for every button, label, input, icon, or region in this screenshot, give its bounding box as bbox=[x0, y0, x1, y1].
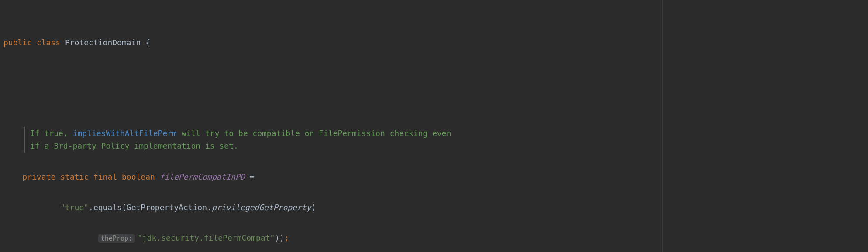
doc-text: If true, bbox=[30, 129, 73, 138]
javadoc-block[interactable]: If true, impliesWithAltFilePerm will try… bbox=[24, 127, 460, 153]
keyword-boolean: boolean bbox=[122, 172, 155, 181]
code-editor[interactable]: public class ProtectionDomain { If true,… bbox=[0, 0, 868, 252]
keyword-class: class bbox=[37, 38, 60, 47]
semicolon: ; bbox=[284, 233, 289, 242]
class-name: ProtectionDomain bbox=[65, 38, 141, 47]
code-line[interactable]: theProp:"jdk.security.filePermCompat")); bbox=[3, 230, 868, 245]
method-call: equals bbox=[93, 203, 122, 212]
static-method: privilegedGetProperty bbox=[212, 203, 311, 212]
string-literal: "jdk.security.filePermCompat" bbox=[138, 233, 275, 242]
keyword-static: static bbox=[60, 172, 89, 181]
parameter-hint: theProp: bbox=[98, 234, 135, 243]
keyword-private: private bbox=[22, 172, 55, 181]
class-ref: GetPropertyAction bbox=[127, 203, 207, 212]
code-line[interactable]: public class ProtectionDomain { bbox=[3, 35, 868, 50]
code-line-blank[interactable] bbox=[3, 81, 868, 96]
field-name: filePermCompatInPD bbox=[160, 172, 245, 181]
keyword-final: final bbox=[93, 172, 117, 181]
brace-open: { bbox=[145, 38, 150, 47]
dot: . bbox=[89, 203, 93, 212]
doc-link[interactable]: impliesWithAltFilePerm bbox=[73, 129, 177, 138]
dot: . bbox=[207, 203, 212, 212]
string-literal: "true" bbox=[60, 203, 89, 212]
code-line[interactable]: "true".equals(GetPropertyAction.privileg… bbox=[3, 200, 868, 215]
keyword-public: public bbox=[3, 38, 32, 47]
code-line[interactable]: private static final boolean filePermCom… bbox=[3, 169, 868, 184]
paren: ( bbox=[311, 203, 316, 212]
close-parens: )) bbox=[275, 233, 284, 242]
paren: ( bbox=[122, 203, 127, 212]
equals-sign: = bbox=[250, 172, 255, 181]
